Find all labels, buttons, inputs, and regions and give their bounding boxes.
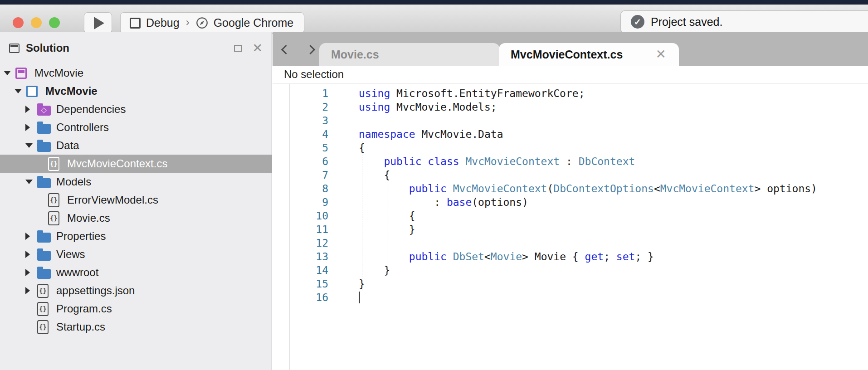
tree-item-dependencies[interactable]: Dependencies [0,100,272,118]
disclosure-right-icon[interactable] [25,233,37,240]
folder-icon [37,176,52,188]
tree-item-program-cs[interactable]: {}Program.cs [0,300,272,318]
line-number-9[interactable]: 9 [289,195,328,209]
code-lines[interactable]: using Microsoft.EntityFrameworkCore;usin… [359,87,868,304]
tab-mvcmoviecontext-cs[interactable]: MvcMovieContext.cs ✕ [499,43,679,66]
tree-item-wwwroot[interactable]: wwwroot [0,263,272,282]
code-line-5[interactable]: { [359,141,868,155]
tree-item-label: Models [56,175,91,188]
code-line-10[interactable]: { [359,209,868,223]
tree-item-data[interactable]: Data [0,136,272,155]
line-number-1[interactable]: 1 [289,87,328,100]
solution-pad-title: Solution [26,42,69,54]
project-icon [26,86,41,97]
code-line-3[interactable] [359,114,868,127]
line-number-5[interactable]: 5 [289,141,328,155]
solution-icon [15,68,30,79]
status-bar: ✓ Project saved. [620,10,868,33]
tree-item-mvcmovie[interactable]: MvcMovie [0,82,272,100]
tab-movie-cs[interactable]: Movie.cs [319,43,500,66]
disclosure-down-icon[interactable] [25,143,37,148]
line-number-12[interactable]: 12 [289,236,328,250]
code-line-7[interactable]: { [359,168,868,182]
run-target-label: Google Chrome [214,16,293,29]
code-line-8[interactable]: public MvcMovieContext(DbContextOptions<… [359,182,868,195]
tree-item-label: appsettings.json [56,284,135,297]
traffic-light-zoom-button[interactable] [49,17,60,28]
text-cursor [359,292,360,303]
tab-bar: Movie.cs MvcMovieContext.cs ✕ [273,32,868,66]
navigate-back-icon[interactable] [281,45,291,54]
tree-item-movie-cs[interactable]: {}Movie.cs [0,209,272,227]
tab-close-icon[interactable]: ✕ [656,47,666,62]
tree-item-label: Program.cs [56,302,112,315]
dock-icon[interactable] [234,45,242,52]
run-configuration-selector[interactable]: Debug › Google Chrome [120,12,304,34]
code-line-4[interactable]: namespace MvcMovie.Data [359,127,868,141]
tree-item-label: Properties [56,230,106,243]
check-circle-icon: ✓ [631,15,644,29]
code-line-6[interactable]: public class MvcMovieContext : DbContext [359,155,868,168]
tree-item-views[interactable]: Views [0,245,272,263]
tree-item-properties[interactable]: Properties [0,227,272,245]
line-number-13[interactable]: 13 [289,250,328,263]
tab-label: Movie.cs [331,48,379,61]
tree-item-label: Controllers [56,121,109,134]
code-line-9[interactable]: : base(options) [359,195,868,209]
navigate-forward-icon[interactable] [306,45,315,54]
folder-icon [37,248,52,261]
disclosure-right-icon[interactable] [25,287,37,294]
tree-item-mvcmovie[interactable]: MvcMovie [0,64,272,82]
line-number-16[interactable]: 16 [289,291,328,304]
disclosure-right-icon[interactable] [25,251,37,258]
disclosure-down-icon[interactable] [4,71,15,75]
code-editor[interactable]: 12345678910111213141516 using Microsoft.… [273,84,868,370]
line-number-3[interactable]: 3 [289,114,328,127]
line-number-15[interactable]: 15 [289,277,328,291]
tree-item-startup-cs[interactable]: {}Startup.cs [0,318,272,336]
disclosure-right-icon[interactable] [25,269,37,276]
json-file-icon: {} [37,284,52,298]
tree-item-label: Dependencies [56,103,126,116]
tree-item-label: Views [56,248,85,261]
tree-item-controllers[interactable]: Controllers [0,118,272,136]
tree-item-mvcmoviecontext-cs[interactable]: {}MvcMovieContext.cs [0,155,272,173]
tree-item-appsettings-json[interactable]: {}appsettings.json [0,282,272,300]
line-number-6[interactable]: 6 [289,155,328,168]
code-line-2[interactable]: using MvcMovie.Models; [359,100,868,114]
disclosure-down-icon[interactable] [15,89,26,93]
disclosure-right-icon[interactable] [25,106,37,113]
tree-item-label: MvcMovie [45,85,98,97]
toolbar: Debug › Google Chrome ✓ Project saved. [0,5,868,32]
ide-window: Debug › Google Chrome ✓ Project saved. S… [0,0,868,370]
cs-file-icon: {} [48,211,63,225]
tree-item-label: Startup.cs [56,321,105,333]
traffic-light-close-button[interactable] [13,17,24,28]
disclosure-down-icon[interactable] [25,180,37,184]
run-button[interactable] [84,12,112,34]
code-line-1[interactable]: using Microsoft.EntityFrameworkCore; [359,87,868,100]
disclosure-right-icon[interactable] [25,124,37,131]
tree-item-label: Data [56,139,79,152]
code-line-16[interactable] [359,291,868,304]
line-number-11[interactable]: 11 [289,223,328,236]
tree-item-models[interactable]: Models [0,173,272,191]
line-number-7[interactable]: 7 [289,168,328,182]
line-number-10[interactable]: 10 [289,209,328,223]
line-number-14[interactable]: 14 [289,263,328,277]
line-number-8[interactable]: 8 [289,182,328,195]
line-number-2[interactable]: 2 [289,100,328,114]
close-icon[interactable]: ✕ [252,44,263,53]
code-line-11[interactable]: } [359,223,868,236]
titlebar-strip [0,0,868,5]
code-line-14[interactable]: } [359,263,868,277]
line-number-4[interactable]: 4 [289,127,328,141]
code-line-15[interactable]: } [359,277,868,291]
code-line-13[interactable]: public DbSet<Movie> Movie { get; set; } [359,250,868,263]
breadcrumb-text: No selection [284,68,344,81]
tree-item-errorviewmodel-cs[interactable]: {}ErrorViewModel.cs [0,191,272,209]
code-line-12[interactable] [359,236,868,250]
traffic-light-minimize-button[interactable] [31,17,42,28]
line-number-gutter[interactable]: 12345678910111213141516 [289,87,328,304]
tab-label: MvcMovieContext.cs [511,48,623,61]
